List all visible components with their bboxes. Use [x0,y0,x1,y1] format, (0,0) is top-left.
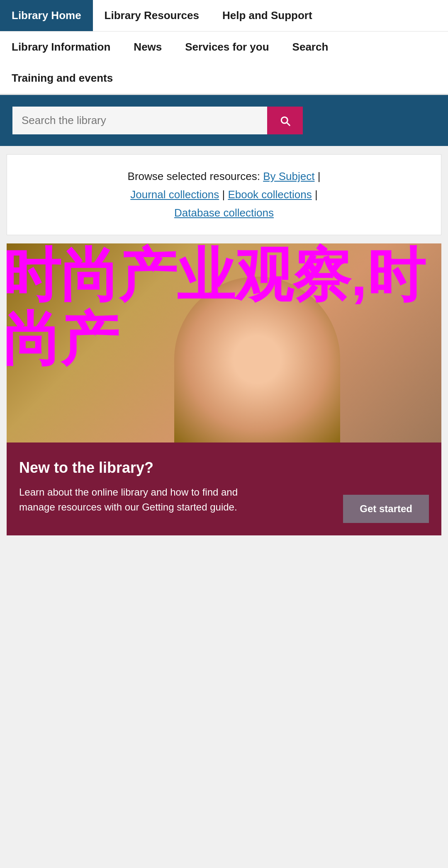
navigation: Library Home Library Resources Help and … [0,0,448,95]
search-bar [12,107,303,134]
browse-ebook-collections[interactable]: Ebook collections [228,188,312,201]
nav-library-information[interactable]: Library Information [0,32,122,63]
search-icon [279,114,291,127]
browse-separator-1: | [318,170,321,182]
nav-search[interactable]: Search [281,32,340,63]
browse-separator-3: | [315,188,318,201]
nav-row-3: Training and events [0,63,448,94]
nav-library-resources[interactable]: Library Resources [93,0,211,31]
nav-library-home[interactable]: Library Home [0,0,93,31]
hero-image [7,243,441,443]
browse-separator-2: | [222,188,228,201]
nav-row-2: Library Information News Services for yo… [0,32,448,63]
nav-row-1: Library Home Library Resources Help and … [0,0,448,32]
search-button[interactable] [267,107,303,134]
browse-by-subject[interactable]: By Subject [263,170,314,182]
nav-news[interactable]: News [122,32,173,63]
new-to-library-heading: New to the library? [19,459,429,477]
new-to-library-body: Learn about the online library and how t… [19,485,260,515]
search-section [0,95,448,146]
browse-database-collections[interactable]: Database collections [174,207,274,219]
browse-prefix: Browse selected resources: [128,170,260,182]
browse-journal-collections[interactable]: Journal collections [130,188,219,201]
hero-container: 时尚产业观察,时尚产 New to the library? Learn abo… [7,243,441,535]
nav-services-for-you[interactable]: Services for you [173,32,280,63]
nav-training-events[interactable]: Training and events [0,63,124,94]
browse-section: Browse selected resources: By Subject | … [7,154,441,235]
nav-help-support[interactable]: Help and Support [211,0,324,31]
search-input[interactable] [12,107,267,134]
new-to-library-section: New to the library? Learn about the onli… [7,443,441,535]
get-started-button[interactable]: Get started [343,495,429,523]
